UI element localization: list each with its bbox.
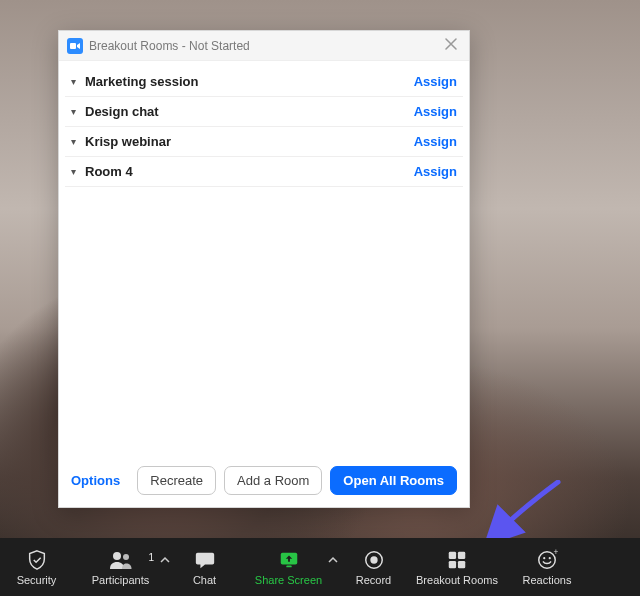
caret-down-icon: ▾ <box>71 106 85 117</box>
close-icon[interactable] <box>441 34 461 57</box>
open-all-rooms-button[interactable]: Open All Rooms <box>330 466 457 495</box>
svg-rect-1 <box>70 43 76 49</box>
svg-rect-8 <box>449 551 456 558</box>
room-list: ▾ Marketing session Assign ▾ Design chat… <box>59 61 469 187</box>
svg-rect-9 <box>458 551 465 558</box>
room-row[interactable]: ▾ Marketing session Assign <box>65 67 463 97</box>
participants-button[interactable]: 1 Participants <box>69 549 172 586</box>
record-button[interactable]: Record <box>340 549 407 586</box>
caret-down-icon: ▾ <box>71 166 85 177</box>
participants-count: 1 <box>148 552 154 563</box>
zoom-app-icon <box>67 38 83 54</box>
toolbar-label: Breakout Rooms <box>416 574 498 586</box>
caret-down-icon: ▾ <box>71 76 85 87</box>
svg-point-3 <box>123 554 129 560</box>
svg-point-14 <box>549 557 551 559</box>
share-screen-icon <box>278 549 300 571</box>
toolbar-label: Security <box>17 574 57 586</box>
svg-point-13 <box>543 557 545 559</box>
participants-icon <box>108 549 134 571</box>
room-name: Marketing session <box>85 74 414 89</box>
assign-link[interactable]: Assign <box>414 104 457 119</box>
svg-rect-11 <box>458 560 465 567</box>
dialog-titlebar: Breakout Rooms - Not Started <box>59 31 469 61</box>
caret-down-icon: ▾ <box>71 136 85 147</box>
toolbar-label: Chat <box>193 574 216 586</box>
assign-link[interactable]: Assign <box>414 74 457 89</box>
dialog-title: Breakout Rooms - Not Started <box>89 39 435 53</box>
share-screen-button[interactable]: Share Screen <box>237 549 340 586</box>
breakout-rooms-dialog: Breakout Rooms - Not Started ▾ Marketing… <box>58 30 470 508</box>
record-icon <box>363 549 385 571</box>
recreate-button[interactable]: Recreate <box>137 466 216 495</box>
svg-point-7 <box>370 556 377 563</box>
dialog-footer: Options Recreate Add a Room Open All Roo… <box>59 456 469 507</box>
room-name: Design chat <box>85 104 414 119</box>
room-name: Room 4 <box>85 164 414 179</box>
security-button[interactable]: Security <box>4 549 69 586</box>
assign-link[interactable]: Assign <box>414 164 457 179</box>
svg-text:+: + <box>553 549 558 557</box>
room-name: Krisp webinar <box>85 134 414 149</box>
meeting-toolbar: Security 1 Participants Chat <box>0 538 640 596</box>
assign-link[interactable]: Assign <box>414 134 457 149</box>
room-row[interactable]: ▾ Design chat Assign <box>65 97 463 127</box>
reactions-icon: + <box>536 549 558 571</box>
svg-point-2 <box>113 552 121 560</box>
add-room-button[interactable]: Add a Room <box>224 466 322 495</box>
chevron-up-icon[interactable] <box>160 555 170 565</box>
svg-rect-10 <box>449 560 456 567</box>
room-row[interactable]: ▾ Krisp webinar Assign <box>65 127 463 157</box>
toolbar-label: Participants <box>92 574 149 586</box>
video-background: Breakout Rooms - Not Started ▾ Marketing… <box>0 0 640 596</box>
breakout-rooms-icon <box>446 549 468 571</box>
options-button[interactable]: Options <box>71 473 120 488</box>
room-row[interactable]: ▾ Room 4 Assign <box>65 157 463 187</box>
chevron-up-icon[interactable] <box>328 555 338 565</box>
toolbar-label: Share Screen <box>255 574 322 586</box>
chat-button[interactable]: Chat <box>172 549 237 586</box>
reactions-button[interactable]: + Reactions <box>507 549 587 586</box>
toolbar-label: Record <box>356 574 391 586</box>
breakout-rooms-button[interactable]: Breakout Rooms <box>407 549 507 586</box>
shield-icon <box>26 549 48 571</box>
svg-rect-5 <box>286 565 292 567</box>
chat-icon <box>194 549 216 571</box>
toolbar-label: Reactions <box>523 574 572 586</box>
